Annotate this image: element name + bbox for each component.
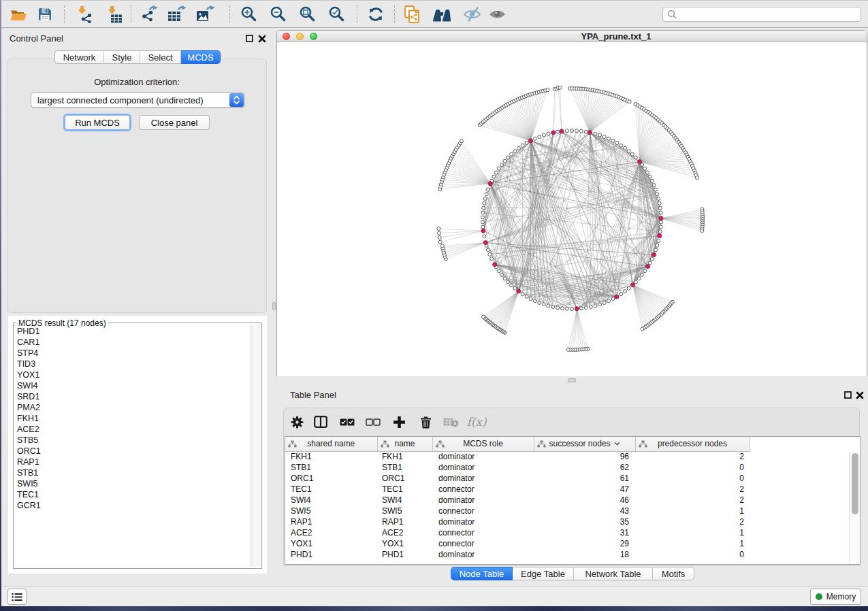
table-delete-column-button[interactable]	[416, 412, 435, 431]
table-function-builder-button[interactable]: f(x)	[467, 412, 486, 431]
zoom-fit-button[interactable]	[297, 4, 317, 24]
network-node[interactable]	[556, 130, 560, 133]
network-leaf-node[interactable]	[701, 229, 704, 233]
mcds-result-item[interactable]: PMA2	[15, 402, 249, 413]
close-panel-button[interactable]: Close panel	[139, 115, 210, 130]
mcds-result-item[interactable]: SWI4	[15, 380, 249, 391]
network-node[interactable]	[643, 269, 647, 273]
network-node[interactable]	[615, 142, 619, 145]
import-network-button[interactable]	[74, 4, 94, 24]
mcds-result-item[interactable]: SRD1	[15, 391, 249, 402]
network-node[interactable]	[500, 163, 504, 167]
horizontal-splitter-grip[interactable]	[568, 378, 576, 382]
network-node[interactable]	[589, 306, 592, 309]
network-node[interactable]	[525, 142, 528, 145]
dominator-node[interactable]	[615, 295, 619, 299]
network-node[interactable]	[650, 179, 654, 182]
mcds-result-item[interactable]: STP4	[15, 348, 249, 359]
network-node[interactable]	[648, 261, 652, 265]
tab-select[interactable]: Select	[140, 50, 181, 64]
network-node[interactable]	[598, 303, 602, 306]
network-node[interactable]	[490, 257, 494, 261]
network-node[interactable]	[507, 280, 510, 284]
mcds-result-item[interactable]: TID3	[15, 359, 249, 369]
column-header-successor-nodes[interactable]: successor nodes	[534, 437, 635, 451]
network-canvas[interactable]: .e { stroke:#8a8a8a; stroke-width:0.65; …	[277, 43, 867, 377]
network-node[interactable]	[620, 144, 623, 147]
network-node[interactable]	[488, 252, 492, 256]
mcds-result-item[interactable]: GCR1	[15, 500, 249, 511]
dominator-node[interactable]	[483, 240, 487, 244]
table-row[interactable]: RAP1RAP1dominator352	[285, 516, 860, 527]
network-node[interactable]	[658, 230, 662, 233]
close-window-button[interactable]	[283, 33, 290, 40]
table-row[interactable]: ACE2ACE2connector311	[285, 527, 860, 538]
zoom-out-button[interactable]	[268, 4, 288, 24]
network-leaf-node[interactable]	[566, 348, 570, 351]
dominator-node[interactable]	[560, 129, 564, 133]
network-node[interactable]	[584, 130, 588, 133]
dominator-node[interactable]	[652, 252, 656, 257]
network-node[interactable]	[602, 135, 606, 139]
table-row[interactable]: SWI4SWI4dominator462	[285, 495, 860, 506]
network-node[interactable]	[598, 133, 602, 137]
network-node[interactable]	[570, 129, 574, 133]
tab-node-table[interactable]: Node Table	[451, 567, 513, 580]
table-delete-table-button[interactable]	[441, 412, 460, 431]
network-node[interactable]	[611, 297, 615, 301]
table-scrollbar-thumb[interactable]	[852, 453, 858, 514]
network-node[interactable]	[641, 273, 644, 276]
network-node[interactable]	[485, 193, 488, 196]
network-node[interactable]	[561, 307, 564, 310]
table-show-columns-button[interactable]	[338, 412, 357, 431]
save-session-button[interactable]	[35, 4, 55, 24]
zoom-in-button[interactable]	[238, 4, 259, 24]
network-node[interactable]	[602, 301, 606, 305]
dominator-node[interactable]	[575, 307, 579, 311]
dominator-node[interactable]	[658, 234, 662, 238]
network-leaf-node[interactable]	[438, 231, 441, 235]
network-node[interactable]	[510, 152, 513, 156]
table-row[interactable]: ORC1ORC1dominator610	[285, 473, 860, 484]
network-node[interactable]	[521, 144, 524, 147]
network-node[interactable]	[547, 132, 550, 135]
mcds-result-item[interactable]: SWI5	[15, 478, 249, 489]
tab-network[interactable]: Network	[54, 50, 104, 64]
dominator-node[interactable]	[646, 265, 650, 269]
table-scrollbar[interactable]	[849, 452, 860, 564]
table-row[interactable]: FKH1FKH1dominator962	[285, 451, 860, 462]
network-node[interactable]	[483, 235, 486, 238]
mcds-result-item[interactable]: PHD1	[15, 326, 249, 337]
network-node[interactable]	[637, 277, 641, 280]
search-input[interactable]	[680, 10, 856, 19]
float-window-icon[interactable]	[844, 391, 852, 399]
network-node[interactable]	[483, 197, 487, 200]
export-table-button[interactable]	[167, 4, 188, 24]
network-node[interactable]	[542, 133, 545, 137]
table-split-view-button[interactable]	[311, 412, 330, 431]
network-node[interactable]	[650, 257, 654, 261]
vertical-splitter-grip[interactable]	[272, 302, 276, 310]
tab-edge-table[interactable]: Edge Table	[513, 567, 574, 580]
dominator-node[interactable]	[481, 229, 485, 233]
column-header-predecessor-nodes[interactable]: predecessor nodes	[635, 437, 750, 451]
network-leaf-node[interactable]	[641, 327, 644, 331]
network-node[interactable]	[481, 211, 485, 214]
network-node[interactable]	[500, 273, 504, 276]
first-neighbors-button[interactable]	[432, 4, 452, 24]
maximize-window-button[interactable]	[310, 33, 317, 40]
table-row[interactable]: YOX1YOX1connector291	[285, 538, 860, 549]
network-node[interactable]	[658, 206, 662, 210]
network-node[interactable]	[656, 193, 659, 196]
mcds-result-item[interactable]: FKH1	[15, 413, 249, 424]
network-leaf-node[interactable]	[438, 240, 442, 244]
column-header-name[interactable]: name	[377, 437, 432, 451]
tab-network-table[interactable]: Network Table	[574, 567, 653, 580]
network-node[interactable]	[657, 197, 660, 200]
network-node[interactable]	[659, 211, 662, 214]
table-row[interactable]: PHD1PHD1dominator180	[285, 549, 860, 560]
table-settings-button[interactable]	[287, 412, 306, 431]
network-node[interactable]	[634, 280, 637, 284]
network-node[interactable]	[533, 137, 536, 140]
vertical-splitter[interactable]	[272, 28, 276, 586]
